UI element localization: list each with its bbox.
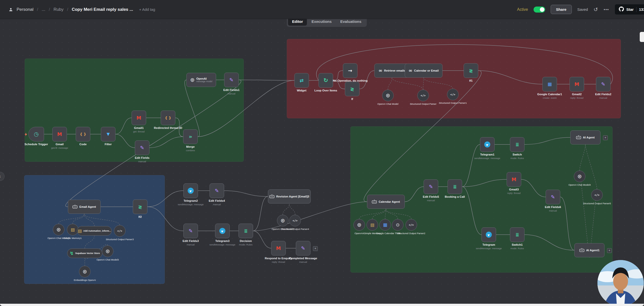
telegram-icon: ▶ [484, 141, 490, 147]
share-button[interactable]: Share [551, 5, 572, 14]
node-openai[interactable]: ⊛OpenAImessage model [186, 73, 216, 87]
split-icon: ⇄ [300, 78, 304, 83]
node-sop[interactable]: </> [417, 90, 429, 101]
node-label: Supabase Vector Store [75, 252, 100, 254]
node-edit-fields4[interactable]: ✎ [210, 183, 224, 198]
node-embeddings[interactable]: ⊛ [79, 266, 91, 277]
more-menu-icon[interactable]: ⋯ [603, 7, 609, 13]
node-gmail2[interactable]: M [570, 77, 584, 91]
arrow-icon: → [348, 68, 352, 73]
node-simple-memory[interactable]: ▤ [367, 219, 378, 231]
node-g2-openai[interactable]: ⊛ [353, 219, 365, 231]
github-star-button[interactable]: Star 133 [615, 4, 644, 15]
openai-icon: ⊛ [357, 222, 361, 228]
breadcrumb-project[interactable]: Ruby [54, 7, 64, 12]
node-label: AI Agent [583, 136, 595, 139]
workflow-title[interactable]: Copy Meri Email reply sales ... [72, 7, 133, 12]
parser-icon: </> [409, 224, 414, 226]
node-calendar-agent[interactable]: Calendar Agent [367, 195, 405, 209]
code-icon: { } [165, 116, 171, 120]
code-icon: { } [80, 132, 86, 136]
node-ocm3[interactable]: ⊛ [102, 245, 113, 257]
node-edit-fields2[interactable]: ✎ [596, 77, 611, 91]
node-add-automation[interactable]: ▤Add Automation_inform... [77, 226, 112, 236]
switch-icon: ≣ [453, 185, 457, 189]
switch-icon: ≣ [244, 229, 248, 233]
breadcrumb-ellipsis[interactable]: ... [42, 7, 45, 12]
add-node-plus-icon[interactable]: + [313, 246, 318, 251]
node-completed-message[interactable]: ✎ [296, 241, 310, 256]
node-filter[interactable]: ▼ [101, 127, 115, 141]
node-calendar-or-email[interactable]: ∞Calendar or Email [405, 64, 442, 78]
node-schedule-trigger[interactable]: ◷ [28, 127, 44, 141]
node-label: OpenAI [196, 77, 207, 80]
pencil-icon: ✎ [429, 184, 433, 189]
node-edit-fields5[interactable]: ✎ [424, 179, 438, 194]
node-loop[interactable]: ↻ [318, 73, 333, 88]
node-label: Structured Output Parser4 [276, 228, 314, 230]
node-supabase[interactable]: ↯Supabase Vector Store [67, 248, 102, 258]
node-simple-memory1[interactable]: ▤ [67, 224, 78, 235]
pencil-icon: ✎ [215, 188, 219, 193]
node-g2-gcal[interactable]: ▦ [379, 219, 391, 231]
node-merge[interactable]: » [183, 129, 198, 144]
memory-icon: ▤ [370, 223, 374, 227]
node-ocm4[interactable]: ⊛ [574, 171, 585, 182]
breadcrumb-personal[interactable]: Personal [17, 7, 33, 12]
node-decision[interactable]: ≣ [238, 224, 253, 238]
node-redirected-thread[interactable]: { } [161, 111, 175, 125]
node-telegram3[interactable]: ▶ [215, 224, 230, 238]
loop-icon: ↻ [324, 78, 328, 83]
openai-icon: ⊛ [577, 174, 582, 179]
openai-icon: ⊛ [190, 77, 195, 83]
node-sop1[interactable]: </> [447, 89, 459, 100]
node-if1[interactable]: ≷ [464, 63, 478, 78]
telegram-icon: ▶ [486, 232, 492, 238]
node-sop5[interactable]: </> [591, 189, 603, 201]
node-switch1[interactable]: ≣ [510, 227, 525, 242]
node-gmail[interactable]: M [52, 127, 67, 141]
node-retrieve-emails[interactable]: ∞Retrieve emails [374, 64, 410, 78]
node-think[interactable]: ⊙ [392, 219, 404, 231]
node-ocm1[interactable]: ⊛ [53, 224, 64, 235]
node-sublabel: sendMessage: message [172, 203, 210, 206]
node-ai-agent1[interactable]: AI Agent1 [574, 243, 605, 257]
parser-icon: </> [594, 194, 599, 196]
add-node-plus-icon[interactable]: + [607, 248, 612, 253]
node-gmail3[interactable]: M [507, 172, 521, 187]
node-respond-enquiry[interactable]: M [271, 241, 286, 256]
node-revision-agent[interactable]: Revision Agent [Email]3 [268, 189, 311, 203]
node-edit-fields6[interactable]: ✎ [546, 190, 560, 204]
node-if2[interactable]: ≷ [133, 199, 147, 214]
node-if[interactable]: ≷ [345, 82, 359, 96]
node-switch[interactable]: ≣ [510, 137, 525, 152]
node-gcal1[interactable]: ▦ [542, 77, 557, 91]
node-sop2[interactable]: </> [406, 219, 417, 231]
node-telegram[interactable]: ▶ [481, 227, 496, 242]
active-toggle[interactable] [534, 7, 545, 13]
presenter-webcam-avatar [597, 260, 644, 306]
supabase-icon: ↯ [70, 251, 74, 256]
node-sop3[interactable]: </> [114, 225, 126, 237]
node-edit-fields[interactable]: ✎ [135, 140, 149, 155]
workflow-canvas[interactable]: ◷Schedule TriggerMGmailgetAll: message{ … [0, 0, 644, 306]
node-widget[interactable]: ⇄ [294, 73, 309, 88]
history-icon[interactable]: ↺ [593, 7, 598, 13]
add-node-plus-icon[interactable]: + [603, 135, 608, 140]
toggle-knob [540, 7, 544, 12]
node-email-agent[interactable]: Email Agent [68, 200, 101, 214]
add-tag-button[interactable]: + Add tag [139, 7, 155, 12]
node-noop[interactable]: → [343, 63, 357, 78]
node-edit-fields3[interactable]: ✎ [183, 224, 198, 238]
node-sop4[interactable]: </> [289, 215, 301, 226]
node-code[interactable]: { } [76, 127, 90, 141]
node-booking-call[interactable]: ≣ [448, 179, 462, 194]
node-gmail1[interactable]: M [132, 111, 146, 125]
node-telegram1[interactable]: ▶ [480, 137, 495, 152]
node-ocm2[interactable]: ⊛ [277, 215, 289, 226]
side-panel-toggle[interactable] [640, 32, 644, 42]
node-telegram2[interactable]: ▶ [183, 183, 198, 198]
node-ai-agent[interactable]: AI Agent [570, 130, 600, 144]
node-edit-fields1[interactable]: ✎ [224, 73, 239, 87]
node-openai-chat-model[interactable]: ⊛ [382, 90, 394, 101]
